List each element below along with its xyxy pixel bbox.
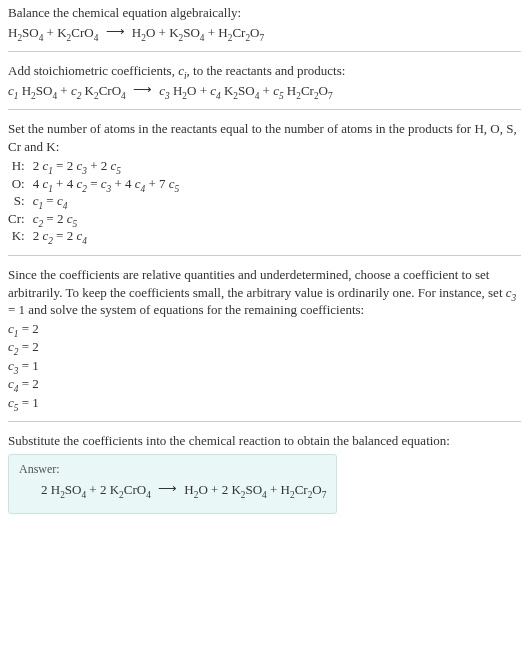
coef-value: c1 = 2 xyxy=(8,320,521,338)
reaction-arrow-icon: ⟶ xyxy=(129,82,156,97)
step-balance-intro: Balance the chemical equation algebraica… xyxy=(8,4,521,41)
plus: + xyxy=(204,25,218,40)
coef-value: c2 = 2 xyxy=(8,338,521,356)
balanced-equation: 2 H2SO4 + 2 K2CrO4 ⟶ H2O + 2 K2SO4 + H2C… xyxy=(19,481,326,499)
species-k2cro4: K2CrO4 xyxy=(110,482,151,497)
element-label: Cr: xyxy=(8,210,33,228)
ci-symbol: ci xyxy=(178,63,186,78)
species-k2so4: K2SO4 xyxy=(169,25,204,40)
coef-value: c3 = 1 xyxy=(8,357,521,375)
step1-text: Balance the chemical equation algebraica… xyxy=(8,4,521,22)
coef-c2: c2 xyxy=(71,83,81,98)
coef-c1: c1 xyxy=(8,83,18,98)
element-equation: c2 = 2 c5 xyxy=(33,210,180,228)
step-answer: Substitute the coefficients into the che… xyxy=(8,432,521,513)
element-equation: 2 c2 = 2 c4 xyxy=(33,227,180,245)
divider xyxy=(8,255,521,256)
answer-box: Answer: 2 H2SO4 + 2 K2CrO4 ⟶ H2O + 2 K2S… xyxy=(8,454,337,514)
step-atom-equations: Set the number of atoms in the reactants… xyxy=(8,120,521,245)
coef-value: c4 = 2 xyxy=(8,375,521,393)
species-k2so4: K2SO4 xyxy=(231,482,266,497)
atom-balance-table: H: 2 c1 = 2 c3 + 2 c5 O: 4 c1 + 4 c2 = c… xyxy=(8,157,179,245)
element-label: K: xyxy=(8,227,33,245)
coef-c5: c5 xyxy=(273,83,283,98)
element-equation: 2 c1 = 2 c3 + 2 c5 xyxy=(33,157,180,175)
species-h2cr2o7: H2Cr2O7 xyxy=(218,25,264,40)
reaction-arrow-icon: ⟶ xyxy=(102,24,129,39)
element-label: O: xyxy=(8,175,33,193)
coefficient-values: c1 = 2 c2 = 2 c3 = 1 c4 = 2 c5 = 1 xyxy=(8,320,521,412)
plus: + xyxy=(267,482,281,497)
plus: + xyxy=(155,25,169,40)
element-label: H: xyxy=(8,157,33,175)
element-equation: 4 c1 + 4 c2 = c3 + 4 c4 + 7 c5 xyxy=(33,175,180,193)
step4-text: Since the coefficients are relative quan… xyxy=(8,266,521,319)
step3-text: Set the number of atoms in the reactants… xyxy=(8,120,521,155)
answer-label: Answer: xyxy=(19,461,326,477)
table-row: H: 2 c1 = 2 c3 + 2 c5 xyxy=(8,157,179,175)
table-row: S: c1 = c4 xyxy=(8,192,179,210)
species-h2so4: H2SO4 xyxy=(8,25,43,40)
plus: + xyxy=(208,482,222,497)
step2-equation: c1 H2SO4 + c2 K2CrO4 ⟶ c3 H2O + c4 K2SO4… xyxy=(8,82,521,100)
element-equation: c1 = c4 xyxy=(33,192,180,210)
step1-equation: H2SO4 + K2CrO4 ⟶ H2O + K2SO4 + H2Cr2O7 xyxy=(8,24,521,42)
divider xyxy=(8,421,521,422)
species-h2so4: H2SO4 xyxy=(51,482,86,497)
table-row: O: 4 c1 + 4 c2 = c3 + 4 c4 + 7 c5 xyxy=(8,175,179,193)
species-h2o: H2O xyxy=(132,25,155,40)
divider xyxy=(8,109,521,110)
species-k2cro4: K2CrO4 xyxy=(57,25,98,40)
coef-c4: c4 xyxy=(210,83,220,98)
plus: + xyxy=(43,25,57,40)
coef-value: c5 = 1 xyxy=(8,394,521,412)
step-solve-coefficients: Since the coefficients are relative quan… xyxy=(8,266,521,411)
step2-text: Add stoichiometric coefficients, ci, to … xyxy=(8,62,521,80)
element-label: S: xyxy=(8,192,33,210)
divider xyxy=(8,51,521,52)
plus: + xyxy=(259,83,273,98)
table-row: K: 2 c2 = 2 c4 xyxy=(8,227,179,245)
species-h2cr2o7: H2Cr2O7 xyxy=(281,482,327,497)
plus: + xyxy=(86,482,100,497)
step5-text: Substitute the coefficients into the che… xyxy=(8,432,521,450)
plus: + xyxy=(57,83,71,98)
coef-c3: c3 xyxy=(159,83,169,98)
reaction-arrow-icon: ⟶ xyxy=(154,481,181,496)
plus: + xyxy=(196,83,210,98)
table-row: Cr: c2 = 2 c5 xyxy=(8,210,179,228)
species-h2o: H2O xyxy=(184,482,207,497)
step-add-coefficients: Add stoichiometric coefficients, ci, to … xyxy=(8,62,521,99)
